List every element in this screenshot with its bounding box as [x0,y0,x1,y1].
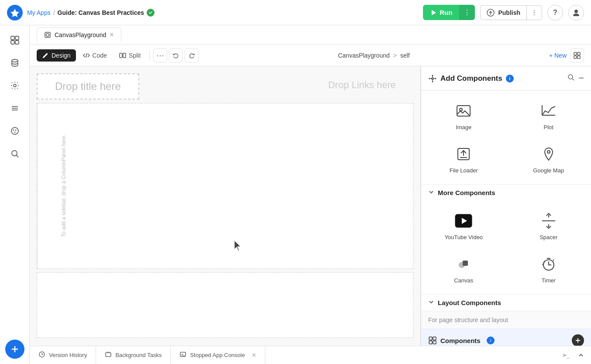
panel-search-icon[interactable] [567,73,575,83]
publish-button[interactable]: Publish ⋮ [480,5,542,20]
youtube-icon [454,211,473,230]
component-image[interactable]: Image [421,94,506,137]
canvas-comp-icon [454,254,473,274]
svg-rect-28 [574,56,577,58]
view-toggle-button[interactable] [570,48,584,62]
content-area: CanvasPlayground × Design Code [30,25,591,364]
sidebar-icon-database[interactable] [5,53,24,72]
svg-point-39 [568,75,573,79]
svg-rect-25 [123,53,126,58]
logo-icon[interactable] [7,5,23,21]
main-container: CanvasPlayground × Design Code [0,25,591,364]
layout-components-desc: For page structure and layout [421,311,591,329]
svg-rect-5 [11,41,14,44]
code-button[interactable]: Code [78,49,112,62]
component-spacer[interactable]: Spacer [506,204,591,247]
svg-rect-60 [429,341,432,344]
sidebar-icon-search[interactable] [5,144,24,163]
panel-title: Add Components i [428,74,514,83]
user-button[interactable] [568,5,584,21]
svg-line-17 [16,155,18,158]
panel-header-icons: − [567,73,584,83]
background-tasks-tab[interactable]: Background Tasks [96,346,171,364]
svg-line-23 [86,53,87,58]
tab-canvasplayground[interactable]: CanvasPlayground × [37,27,121,42]
sidebar-icon-grid[interactable] [5,31,24,50]
canvas-editor[interactable]: Drop title here Drop Links here To add a… [30,66,421,346]
run-button[interactable]: Run ⋮ [423,5,475,20]
component-youtube[interactable]: YouTube Video [421,204,506,247]
new-button[interactable]: + New [549,52,567,59]
console-tab-close[interactable]: × [252,351,256,359]
drop-links-placeholder[interactable]: Drop Links here [328,79,396,91]
sidebar-icon-list[interactable] [5,99,24,118]
page-breadcrumb: CanvasPlayground > self [338,52,409,59]
version-history-tab[interactable]: Version History [30,346,96,364]
undo-button[interactable] [169,48,183,62]
component-google-map[interactable]: Google Map [506,137,591,181]
components-info-badge[interactable]: i [487,337,495,344]
svg-point-30 [432,78,433,79]
svg-rect-21 [46,34,49,36]
stopped-console-tab[interactable]: Stopped App Console × [171,346,265,364]
panel-header: Add Components i − [421,66,591,91]
split-button[interactable]: Split [114,49,146,62]
svg-rect-3 [11,36,14,40]
google-map-icon [539,144,558,164]
chevron-up-button[interactable] [574,349,588,362]
component-plot[interactable]: Plot [506,94,591,137]
components-section[interactable]: Components i [421,329,591,346]
sidebar-drop-zone[interactable]: To add a sidebar, drop a ColumnPanel her… [37,103,89,268]
component-file-loader[interactable]: File Loader [421,137,506,181]
svg-point-33 [429,78,430,79]
svg-rect-61 [433,341,436,344]
main-drop-zone[interactable] [89,103,413,268]
redo-button[interactable] [185,48,199,62]
component-canvas[interactable]: Canvas [421,247,506,291]
run-main[interactable]: Run [423,5,459,20]
project-name: Guide: Canvas Best Practices [58,9,144,16]
spacer-icon [539,211,558,230]
svg-rect-26 [574,52,577,55]
svg-point-14 [15,130,16,131]
svg-marker-0 [432,10,436,15]
my-apps-link[interactable]: My Apps [27,9,51,16]
terminal-button[interactable]: >_ [560,349,573,362]
header-right: Run ⋮ Publish ⋮ ? [423,5,584,21]
svg-point-32 [432,81,433,82]
panel-info-badge[interactable]: i [506,75,514,82]
component-timer[interactable]: Timer [506,247,591,291]
add-button[interactable] [5,340,24,359]
editor-panel-area: Drop title here Drop Links here To add a… [30,66,591,346]
help-button[interactable]: ? [547,5,563,21]
publish-main[interactable]: Publish [481,6,526,20]
status-dot [147,9,155,17]
svg-rect-55 [463,261,468,266]
bottom-right-icons: >_ [560,349,591,362]
tab-close[interactable]: × [110,31,113,38]
toolbar-separator-1 [149,50,150,61]
canvas-bottom-area[interactable] [37,272,413,338]
more-components-section[interactable]: More Components [421,184,591,201]
publish-more-button[interactable]: ⋮ [526,6,542,20]
canvas-main-area[interactable]: To add a sidebar, drop a ColumnPanel her… [37,103,413,269]
design-button[interactable]: Design [37,49,76,62]
more-components-grid: YouTube Video [421,201,591,294]
more-options-button[interactable]: ⋯ [153,48,167,62]
svg-point-7 [12,59,18,62]
sidebar-icon-palette[interactable] [5,121,24,141]
layout-components-section[interactable]: Layout Components [421,294,591,311]
svg-line-40 [572,79,574,80]
timer-icon [539,254,558,274]
drop-title-placeholder[interactable]: Drop title here [37,73,139,100]
header-left: My Apps / Guide: Canvas Best Practices [7,5,155,21]
version-history-icon [38,351,45,360]
toolbar-right: + New [549,48,584,62]
run-more-button[interactable]: ⋮ [459,5,475,20]
panel-close-icon[interactable]: − [578,73,584,83]
components-add-button[interactable] [572,334,584,346]
sidebar-icon-settings[interactable] [5,76,24,95]
right-panel: Add Components i − [421,66,591,346]
svg-point-42 [460,108,462,111]
svg-point-31 [432,75,433,76]
